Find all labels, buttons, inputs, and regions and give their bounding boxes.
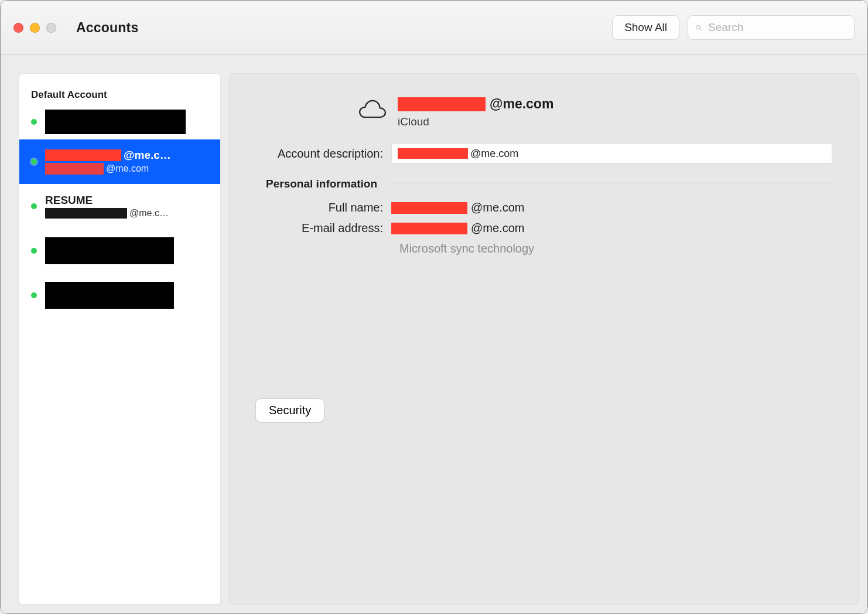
status-indicator-icon bbox=[31, 248, 37, 254]
search-field[interactable] bbox=[688, 15, 855, 40]
full-name-row: Full name: @me.com bbox=[255, 201, 832, 214]
redacted-block bbox=[398, 148, 468, 159]
redacted-block bbox=[45, 149, 121, 161]
account-list-item[interactable] bbox=[19, 228, 220, 273]
security-button[interactable]: Security bbox=[255, 398, 324, 422]
account-email-suffix: @me.com bbox=[490, 96, 553, 112]
cloud-icon bbox=[358, 98, 387, 120]
account-list-item[interactable] bbox=[19, 273, 220, 318]
full-name-value: @me.com bbox=[391, 201, 524, 214]
account-subtitle: @me.c… bbox=[45, 208, 213, 219]
account-email-heading: @me.com bbox=[398, 96, 553, 112]
svg-line-1 bbox=[700, 29, 702, 30]
account-description-value-suffix: @me.com bbox=[470, 148, 518, 160]
email-address-value: @me.com bbox=[391, 221, 524, 235]
personal-info-heading: Personal information bbox=[255, 172, 384, 194]
redacted-block bbox=[45, 208, 127, 219]
close-window-button[interactable] bbox=[13, 23, 23, 33]
full-name-label: Full name: bbox=[255, 201, 391, 214]
status-indicator-icon bbox=[31, 203, 37, 209]
account-description-input[interactable]: @me.com bbox=[391, 144, 832, 163]
account-title: RESUME bbox=[45, 194, 213, 207]
account-title: @me.c… bbox=[45, 149, 213, 162]
full-name-value-suffix: @me.com bbox=[471, 201, 524, 214]
account-description-label: Account description: bbox=[255, 147, 391, 161]
search-icon bbox=[695, 22, 702, 33]
account-subtitle: @me.com bbox=[45, 163, 213, 175]
redacted-block bbox=[45, 237, 174, 264]
redacted-block bbox=[391, 223, 467, 234]
redacted-block bbox=[398, 97, 486, 111]
window-title: Accounts bbox=[76, 20, 604, 36]
redacted-block bbox=[45, 163, 104, 175]
account-title-suffix: @me.c… bbox=[124, 149, 171, 162]
search-input[interactable] bbox=[708, 21, 847, 34]
zoom-window-button[interactable] bbox=[46, 23, 56, 33]
status-indicator-icon bbox=[31, 159, 37, 165]
account-description-row: Account description: @me.com bbox=[255, 144, 832, 163]
email-address-row: E-mail address: @me.com bbox=[255, 221, 832, 235]
sidebar-header: Default Account bbox=[19, 89, 220, 104]
email-address-value-suffix: @me.com bbox=[471, 221, 524, 235]
status-indicator-icon bbox=[31, 292, 37, 298]
main-body: Default Account @me.c… @me.com bbox=[1, 55, 867, 613]
status-indicator-icon bbox=[31, 119, 37, 125]
redacted-block bbox=[45, 282, 174, 309]
redacted-block bbox=[391, 202, 467, 214]
minimize-window-button[interactable] bbox=[30, 23, 40, 33]
account-subtitle-suffix: @me.c… bbox=[129, 208, 169, 219]
sync-technology-note: Microsoft sync technology bbox=[255, 242, 832, 255]
account-subtitle-suffix: @me.com bbox=[106, 163, 149, 174]
show-all-button[interactable]: Show All bbox=[612, 15, 679, 40]
detail-header: @me.com iCloud bbox=[255, 96, 832, 128]
account-detail-panel: @me.com iCloud Account description: @me.… bbox=[230, 74, 858, 604]
window-traffic-lights bbox=[13, 23, 56, 33]
account-list-item[interactable]: RESUME @me.c… bbox=[19, 184, 220, 228]
accounts-sidebar: Default Account @me.c… @me.com bbox=[19, 74, 220, 604]
email-address-label: E-mail address: bbox=[255, 221, 391, 235]
account-type-label: iCloud bbox=[398, 115, 553, 128]
redacted-block bbox=[45, 110, 186, 134]
accounts-window: Accounts Show All Default Account bbox=[0, 0, 868, 614]
account-list-item-selected[interactable]: @me.c… @me.com bbox=[19, 139, 220, 184]
window-toolbar: Accounts Show All bbox=[1, 1, 867, 55]
account-list-item[interactable] bbox=[19, 104, 220, 139]
